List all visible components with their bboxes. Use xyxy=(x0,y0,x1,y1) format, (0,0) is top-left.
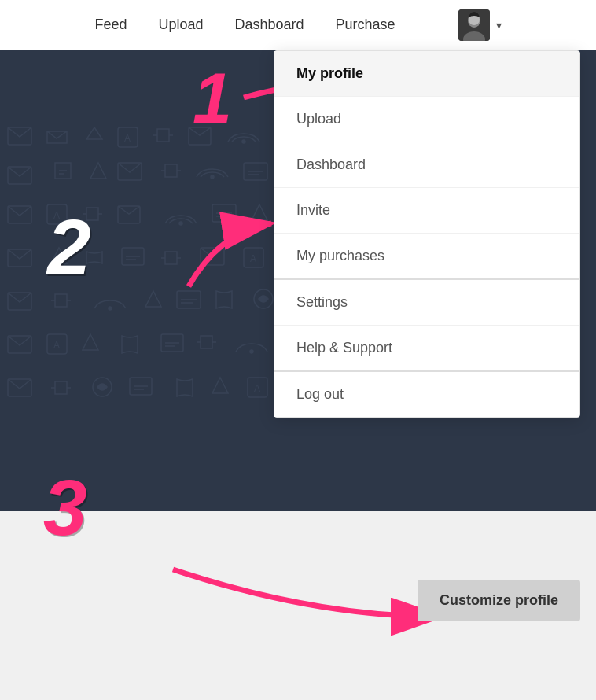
svg-marker-41 xyxy=(83,334,98,350)
svg-text:A: A xyxy=(254,383,260,394)
dropdown-item-my-profile[interactable]: My profile xyxy=(274,51,579,97)
nav-purchase[interactable]: Purchase xyxy=(336,17,395,33)
dropdown-item-dashboard[interactable]: Dashboard xyxy=(274,142,579,188)
main-content: A xyxy=(0,50,596,700)
user-menu-trigger[interactable]: ▾ xyxy=(458,9,502,41)
svg-text:A: A xyxy=(124,133,131,144)
dropdown-item-log-out[interactable]: Log out xyxy=(274,372,579,417)
nav-upload[interactable]: Upload xyxy=(158,17,203,33)
svg-text:A: A xyxy=(250,253,256,264)
svg-marker-34 xyxy=(145,291,161,307)
svg-point-9 xyxy=(242,140,245,143)
svg-point-15 xyxy=(211,175,214,179)
svg-marker-13 xyxy=(90,163,106,179)
dropdown-item-upload[interactable]: Upload xyxy=(274,97,579,142)
dropdown-item-invite[interactable]: Invite xyxy=(274,188,579,234)
chevron-down-icon[interactable]: ▾ xyxy=(496,19,502,31)
customize-profile-wrapper: Customize profile xyxy=(418,580,580,621)
step-3-label: 3 xyxy=(43,468,87,547)
step-2-label: 2 xyxy=(47,208,91,286)
svg-marker-24 xyxy=(252,204,267,220)
avatar[interactable] xyxy=(458,9,490,41)
dropdown-item-settings[interactable]: Settings xyxy=(274,280,579,326)
customize-profile-button[interactable]: Customize profile xyxy=(418,580,580,621)
nav-dashboard[interactable]: Dashboard xyxy=(234,17,304,33)
svg-point-33 xyxy=(109,307,112,310)
dropdown-item-my-purchases[interactable]: My purchases xyxy=(274,234,579,280)
dropdown-item-help-support[interactable]: Help & Support xyxy=(274,326,579,372)
svg-point-43 xyxy=(250,350,253,353)
svg-point-22 xyxy=(179,222,182,225)
svg-marker-48 xyxy=(212,378,228,393)
dropdown-menu: My profile Upload Dashboard Invite My pu… xyxy=(274,50,580,418)
svg-marker-5 xyxy=(86,127,102,139)
header: Feed Upload Dashboard Purchase ▾ xyxy=(0,0,596,50)
svg-text:A: A xyxy=(53,340,60,351)
nav-feed[interactable]: Feed xyxy=(94,17,127,33)
nav-bar: Feed Upload Dashboard Purchase ▾ xyxy=(94,9,501,41)
avatar-image xyxy=(458,9,490,41)
